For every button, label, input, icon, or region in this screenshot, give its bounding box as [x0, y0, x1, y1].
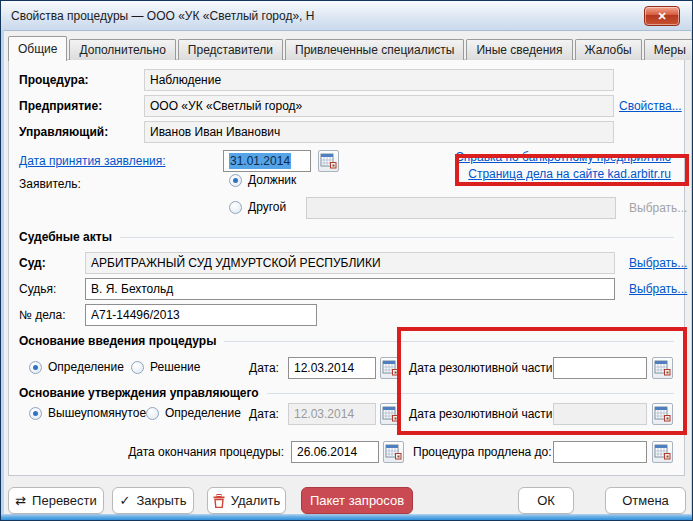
delete-button-label: Удалить	[231, 493, 281, 508]
company-field: ООО «УК «Светлый город»	[144, 95, 614, 117]
extended-date-input[interactable]	[553, 441, 647, 463]
basis-ruling-radio[interactable]: Определение	[29, 360, 124, 374]
close-procedure-button-label: Закрыть	[136, 493, 186, 508]
procedure-basis-header-label: Основание введения процедуры	[19, 334, 216, 348]
procedure-field: Наблюдение	[144, 69, 614, 91]
cancel-button[interactable]: Отмена	[605, 487, 686, 514]
tab-complaints[interactable]: Жалобы	[575, 39, 642, 60]
company-value: ООО «УК «Светлый город»	[150, 99, 302, 113]
dialog-client-area: Общие Дополнительно Представители Привле…	[4, 30, 691, 514]
end-date-calendar-button[interactable]	[383, 441, 404, 463]
title-bar: Свойства процедуры — ООО «УК «Светлый го…	[1, 1, 692, 30]
basis-resolution-date-input[interactable]	[553, 357, 647, 379]
approval-aforementioned-radio[interactable]: Вышеупомянутое	[29, 406, 146, 420]
acceptance-date-calendar-button[interactable]	[318, 150, 339, 172]
tab-representatives[interactable]: Представители	[178, 39, 283, 60]
basis-ruling-label: Определение	[48, 360, 124, 374]
manager-basis-header-label: Основание утверждения управляющего	[19, 386, 259, 400]
end-date-input[interactable]	[291, 441, 379, 463]
company-label: Предприятие:	[19, 99, 102, 113]
radio-unselected-icon	[131, 361, 144, 374]
close-procedure-button[interactable]: ✓ Закрыть	[112, 487, 194, 514]
applicant-label: Заявитель:	[19, 177, 81, 191]
approval-resolution-date-input	[553, 403, 647, 425]
applicant-debtor-label: Должник	[248, 173, 296, 187]
court-select-link[interactable]: Выбрать...	[629, 256, 687, 270]
applicant-debtor-radio[interactable]: Должник	[229, 173, 296, 187]
window-title: Свойства процедуры — ООО «УК «Светлый го…	[11, 9, 314, 23]
ok-button-label: ОК	[537, 493, 555, 508]
acceptance-date-link[interactable]: Дата принятия заявления:	[19, 154, 166, 168]
judge-select-link[interactable]: Выбрать...	[629, 282, 687, 296]
case-number-label: № дела:	[19, 308, 66, 322]
extended-date-calendar-button[interactable]	[652, 441, 673, 463]
manager-basis-section-header: Основание утверждения управляющего	[19, 386, 674, 400]
tab-complaints-label: Жалобы	[585, 43, 632, 57]
court-field: АРБИТРАЖНЫЙ СУД УДМУРТСКОЙ РЕСПУБЛИКИ	[85, 252, 615, 274]
close-window-button[interactable]: ✕	[644, 6, 680, 26]
calendar-icon	[382, 406, 399, 422]
basis-decision-radio[interactable]: Решение	[131, 360, 200, 374]
tab-additional-label: Дополнительно	[79, 43, 165, 57]
approval-ruling-radio[interactable]: Определение	[146, 406, 241, 420]
court-label: Суд:	[19, 256, 46, 270]
approval-date-calendar-button[interactable]	[380, 403, 401, 425]
basis-date-input[interactable]	[288, 357, 376, 379]
close-icon: ✕	[657, 10, 666, 22]
approval-date-input	[288, 403, 376, 425]
tab-specialists[interactable]: Привлеченные специалисты	[285, 39, 464, 60]
dialog-button-bar: ⇄ Перевести ✓ Закрыть Удалить Пакет запр…	[4, 483, 691, 515]
acceptance-date-value: 31.01.2014	[229, 153, 291, 169]
transfer-button[interactable]: ⇄ Перевести	[8, 487, 104, 514]
approval-aforementioned-label: Вышеупомянутое	[48, 406, 146, 420]
tab-other-info-label: Иные сведения	[476, 43, 562, 57]
radio-unselected-icon	[229, 201, 242, 214]
acceptance-date-input[interactable]: 31.01.2014	[223, 150, 311, 172]
tab-strip: Общие Дополнительно Представители Привле…	[8, 35, 693, 60]
radio-selected-icon	[29, 407, 42, 420]
check-icon: ✓	[120, 494, 131, 507]
approval-resolution-calendar-button[interactable]	[652, 403, 673, 425]
tab-measures[interactable]: Меры	[644, 39, 693, 60]
bankruptcy-info-link[interactable]: Справка по банкротному предприятию	[455, 150, 671, 164]
approval-date-label: Дата:	[249, 407, 279, 421]
case-page-link[interactable]: Страница дела на сайте kad.arbitr.ru	[468, 167, 671, 181]
procedure-value: Наблюдение	[150, 73, 221, 87]
transfer-button-label: Перевести	[32, 493, 97, 508]
applicant-other-input	[306, 197, 616, 219]
manager-value: Иванов Иван Иванович	[150, 125, 280, 139]
basis-date-label: Дата:	[249, 361, 279, 375]
tab-other-info[interactable]: Иные сведения	[466, 39, 572, 60]
approval-ruling-label: Определение	[165, 406, 241, 420]
ok-button[interactable]: ОК	[518, 487, 574, 514]
manager-label: Управляющий:	[19, 125, 108, 139]
calendar-icon	[382, 360, 399, 376]
transfer-arrows-icon: ⇄	[15, 494, 26, 507]
basis-resolution-date-label: Дата резолютивной части:	[409, 361, 556, 375]
case-number-input[interactable]	[85, 304, 317, 326]
request-package-button-label: Пакет запросов	[310, 493, 404, 508]
tab-representatives-label: Представители	[188, 43, 273, 57]
basis-decision-label: Решение	[150, 360, 200, 374]
extended-date-label: Процедура продлена до:	[413, 445, 549, 459]
tab-specialists-label: Привлеченные специалисты	[295, 43, 454, 57]
company-properties-link[interactable]: Свойства...	[619, 99, 682, 113]
delete-button[interactable]: Удалить	[207, 487, 286, 514]
applicant-other-radio[interactable]: Другой	[229, 200, 286, 214]
basis-resolution-calendar-button[interactable]	[652, 357, 673, 379]
procedure-properties-dialog: Свойства процедуры — ООО «УК «Светлый го…	[0, 0, 693, 521]
procedure-basis-section-header: Основание введения процедуры	[19, 334, 674, 348]
court-acts-section-header: Судебные акты	[19, 230, 674, 244]
tab-general[interactable]: Общие	[8, 36, 67, 61]
applicant-other-label: Другой	[248, 200, 286, 214]
judge-input[interactable]	[85, 278, 615, 300]
basis-date-calendar-button[interactable]	[380, 357, 401, 379]
procedure-label: Процедура:	[19, 73, 89, 87]
radio-selected-icon	[229, 174, 242, 187]
request-package-button[interactable]: Пакет запросов	[301, 487, 413, 514]
calendar-icon	[385, 444, 402, 460]
cancel-button-label: Отмена	[622, 493, 669, 508]
tab-additional[interactable]: Дополнительно	[69, 39, 175, 60]
applicant-choose-button: Выбрать...	[629, 201, 687, 215]
manager-field: Иванов Иван Иванович	[144, 121, 614, 143]
